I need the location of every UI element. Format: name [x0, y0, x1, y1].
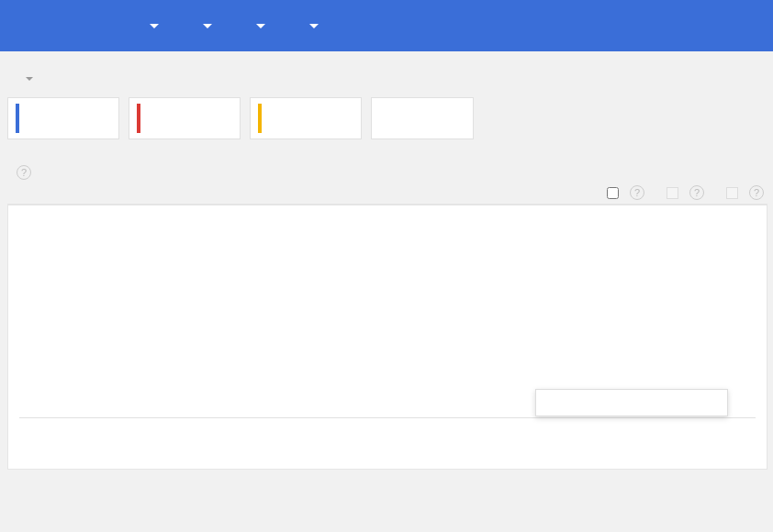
- filter-region[interactable]: [142, 24, 159, 28]
- term-stripe: [16, 104, 19, 133]
- term-card-loadrunner[interactable]: [129, 97, 241, 139]
- checkbox-disabled: [667, 187, 678, 199]
- caret-down-icon: [150, 24, 159, 28]
- compare-type-dropdown[interactable]: [20, 77, 33, 81]
- term-row: [7, 97, 766, 139]
- help-icon[interactable]: ?: [749, 185, 764, 200]
- average-bar-area: [19, 216, 148, 437]
- opt-compare-category[interactable]: ?: [607, 185, 644, 200]
- help-icon[interactable]: ?: [17, 165, 31, 180]
- add-term-button[interactable]: [371, 97, 474, 139]
- term-card-neoload[interactable]: [250, 97, 362, 139]
- caret-down-icon: [256, 24, 265, 28]
- term-stripe: [258, 104, 262, 133]
- filter-searchtype[interactable]: [302, 24, 319, 28]
- compare-section: [0, 51, 773, 149]
- chart-box: [7, 204, 767, 470]
- filter-timerange[interactable]: [196, 24, 212, 28]
- term-stripe: [137, 104, 140, 133]
- caret-down-icon: [309, 24, 319, 28]
- help-icon[interactable]: ?: [630, 185, 644, 200]
- chart-tooltip: [535, 389, 728, 416]
- caret-down-icon: [26, 77, 33, 81]
- line-chart-area[interactable]: [148, 216, 756, 437]
- opt-forecast: ?: [726, 185, 764, 200]
- term-card-jmeter[interactable]: [7, 97, 119, 139]
- help-icon[interactable]: ?: [689, 185, 704, 200]
- checkbox[interactable]: [607, 187, 619, 199]
- top-filter-bar: [0, 0, 773, 51]
- filter-category[interactable]: [249, 24, 265, 28]
- chart-section: ? ? ? ?: [0, 149, 773, 470]
- chart-options: ? ? ?: [7, 185, 773, 200]
- opt-news-headlines: ?: [667, 185, 704, 200]
- checkbox-disabled: [726, 187, 738, 199]
- caret-down-icon: [203, 24, 212, 28]
